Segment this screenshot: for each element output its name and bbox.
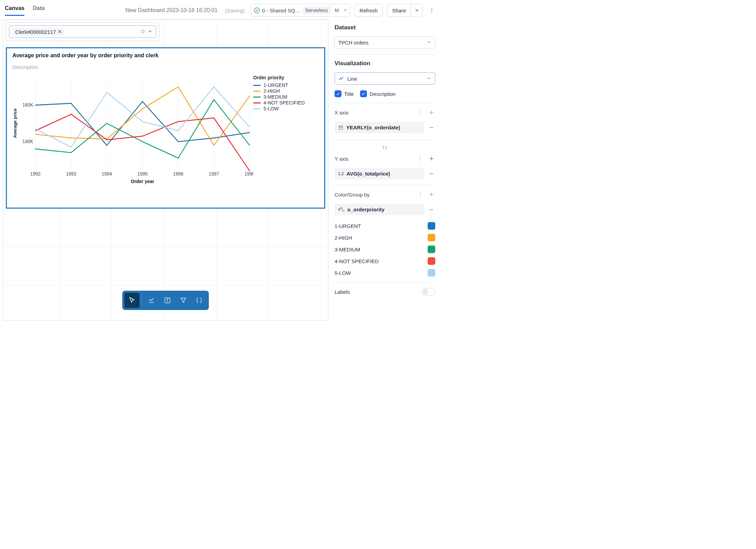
color-swatch[interactable] [428,246,435,253]
chart-card[interactable]: Average price and order year by order pr… [6,47,325,209]
legend-swatch [253,85,261,86]
yaxis-menu-button[interactable] [417,155,424,162]
svg-point-30 [420,192,421,193]
legend-item[interactable]: 5-LOW [253,106,319,111]
tool-select[interactable] [125,293,140,308]
yaxis-add-button[interactable] [428,155,435,162]
tabs: Canvas Data [5,5,45,16]
color-swatch[interactable] [428,257,435,265]
legend-label: 5-LOW [263,106,279,111]
color-mapping-item[interactable]: 5-LOW [335,269,435,277]
legend-label: 2-HIGH [263,88,280,94]
xaxis-add-button[interactable] [428,109,435,116]
yaxis-header: Y axis [335,155,435,162]
color-mapping-label: 3-MEDIUM [335,247,360,252]
title-checkbox[interactable] [335,90,341,97]
svg-text:Order year: Order year [131,179,155,184]
saving-status: (Saving) [225,8,245,13]
tab-data[interactable]: Data [33,5,45,16]
refresh-button[interactable]: Refresh [354,4,383,17]
svg-point-28 [420,158,421,159]
labels-label: Labels [335,289,350,295]
number-type-icon: 1.2 [338,171,344,176]
chart-title[interactable]: Average price and order year by order pr… [12,52,319,59]
viz-type-select[interactable]: Line [335,72,435,85]
filter-input[interactable]: Clerk#000002117 ✕ [9,26,156,38]
chart-icon [148,297,156,304]
xaxis-menu-button[interactable] [417,109,424,116]
color-swatch[interactable] [428,222,435,230]
svg-point-29 [420,160,421,161]
remove-chip-icon[interactable]: ✕ [58,29,62,35]
xaxis-header: X axis [335,109,435,116]
kebab-icon [418,192,423,197]
color-label: Color/Group by [335,192,413,198]
y-axis-label: Average price [12,75,18,185]
viz-type-value: Line [347,76,357,82]
svg-point-3 [431,12,432,13]
divider [335,282,435,282]
legend-item[interactable]: 3-MEDIUM [253,94,319,100]
color-field[interactable]: ABC o_orderpriority [335,204,424,215]
color-header: Color/Group by [335,191,435,198]
tool-text[interactable] [160,293,175,308]
tool-parameter[interactable] [192,293,207,308]
warehouse-type: Serverless [302,6,331,14]
svg-point-31 [420,194,421,195]
dashboard-title[interactable]: New Dashboard 2023-10-16 16:20:01 [125,7,218,13]
share-menu-button[interactable] [411,4,423,17]
yaxis-field[interactable]: 1.2 AVG(o_totalprice) [335,168,424,179]
yaxis-remove-button[interactable] [428,170,435,178]
share-button[interactable]: Share [387,4,411,17]
description-checkbox[interactable] [360,90,367,97]
legend-item[interactable]: 2-HIGH [253,88,319,94]
dataset-select[interactable]: TPCH orders [335,37,435,49]
chart-area: Average price 140K160K199219931994199519… [12,75,319,185]
legend-swatch [253,108,261,109]
svg-point-32 [420,196,421,197]
chevron-down-icon [414,8,420,13]
text-icon [164,297,171,304]
svg-point-23 [420,110,421,111]
xaxis-remove-button[interactable] [428,124,435,131]
clear-filter-icon[interactable] [140,29,146,35]
tool-filter[interactable] [176,293,191,308]
dataset-section-title: Dataset [335,24,435,31]
filter-chip[interactable]: Clerk#000002117 ✕ [13,28,64,36]
filter-dropdown-icon[interactable] [148,29,152,35]
color-mapping-item[interactable]: 3-MEDIUM [335,246,435,253]
svg-text:1997: 1997 [209,171,219,177]
swap-axes-button[interactable] [335,144,435,151]
color-mapping-item[interactable]: 2-HIGH [335,234,435,241]
share-group: Share [387,4,423,17]
svg-point-0 [254,8,259,13]
svg-text:160K: 160K [22,102,33,108]
color-menu-button[interactable] [417,191,424,198]
color-swatch[interactable] [428,234,435,241]
warehouse-selector[interactable]: 0 - Shared SQ… Serverless M [251,4,350,17]
labels-toggle[interactable] [421,288,435,296]
chart-description[interactable]: Description [12,64,319,70]
canvas-area[interactable]: Clerk#000002117 ✕ Average price and orde… [3,19,328,321]
color-remove-button[interactable] [428,206,435,213]
overflow-menu-button[interactable] [427,7,437,13]
plus-icon [428,191,435,198]
plus-icon [428,156,435,162]
color-add-button[interactable] [428,191,435,198]
kebab-icon [429,7,435,13]
legend-item[interactable]: 1-URGENT [253,82,319,88]
tool-chart[interactable] [144,293,159,308]
color-mapping-item[interactable]: 1-URGENT [335,222,435,230]
color-mapping-item[interactable]: 4-NOT SPECIFIED [335,257,435,265]
string-type-icon: ABC [338,207,345,212]
legend-item[interactable]: 4-NOT SPECIFIED [253,100,319,106]
color-mapping-label: 5-LOW [335,270,351,276]
svg-text:1994: 1994 [102,171,112,177]
divider [335,103,435,103]
color-swatch[interactable] [428,269,435,277]
yaxis-label: Y axis [335,156,413,162]
dataset-value: TPCH orders [338,40,369,46]
xaxis-field[interactable]: YEARLY(o_orderdate) [335,122,424,133]
tab-canvas[interactable]: Canvas [5,5,24,16]
legend-label: 3-MEDIUM [263,94,287,100]
